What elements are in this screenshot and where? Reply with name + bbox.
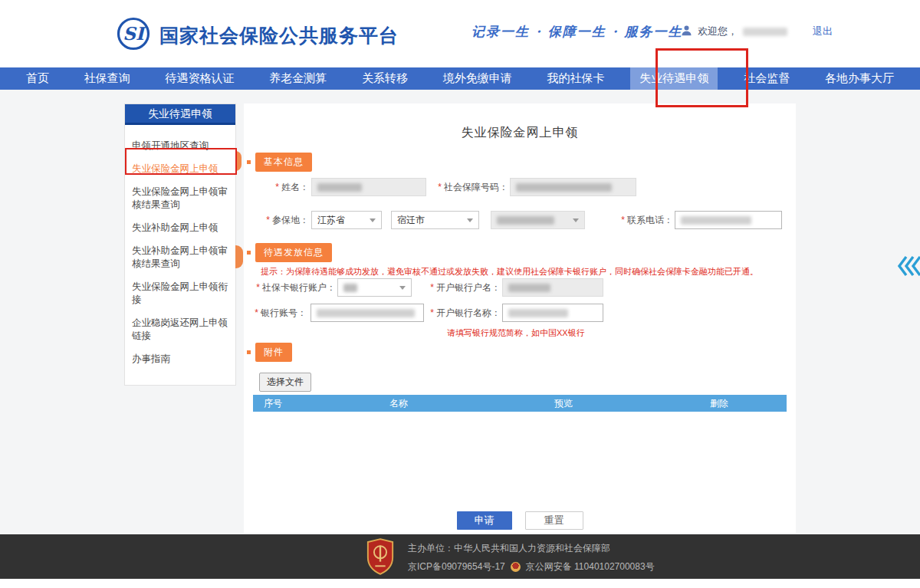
main-nav: 首页 社保查询 待遇资格认证 养老金测算 关系转移 境外免缴申请 我的社保卡 失… xyxy=(0,67,920,90)
bank-account-input[interactable] xyxy=(310,304,424,322)
section-title-basic-info: 基本信息 xyxy=(255,153,312,172)
sidebar-item-subsidy-online-claim[interactable]: 失业补助金网上申领 xyxy=(132,222,228,235)
site-logo-icon: SI xyxy=(117,17,150,54)
footer-police: 京公网安备 11040102700083号 xyxy=(526,560,655,573)
nav-item-home[interactable]: 首页 xyxy=(17,67,58,90)
card-bank-account-select[interactable] xyxy=(337,278,412,297)
nav-item-unemployment-benefit[interactable]: 失业待遇申领 xyxy=(630,67,718,90)
section-attachments: 附件 xyxy=(247,343,292,362)
redacted-account-value xyxy=(317,309,415,317)
redacted-name-value xyxy=(317,183,362,192)
orange-marker-icon xyxy=(235,151,242,171)
column-header-delete: 删除 xyxy=(652,397,787,410)
section-bullet-icon xyxy=(247,350,251,354)
main-panel: 失业保险金网上申领 基本信息 *姓名： *社会保障号码： *参保地： 江苏省 宿… xyxy=(244,103,796,533)
footer-text: 主办单位：中华人民共和国人力资源和社会保障部 京ICP备09079654号-17… xyxy=(408,542,655,573)
nav-item-social-supervision[interactable]: 社会监督 xyxy=(734,67,799,90)
phone-label: *联系电话： xyxy=(596,211,673,229)
sidebar-item-open-region-query[interactable]: 申领开通地区查询 xyxy=(132,140,228,153)
dropdown-caret-icon xyxy=(573,218,579,225)
orange-marker-icon xyxy=(235,245,243,268)
section-title-attachments: 附件 xyxy=(255,343,292,362)
city-select[interactable]: 宿迁市 xyxy=(391,211,479,229)
form-actions: 申请 重置 xyxy=(244,511,796,530)
collapse-panel-icon[interactable] xyxy=(895,253,920,282)
brand: SI 国家社会保险公共服务平台 xyxy=(117,17,399,54)
sidebar-item-guide[interactable]: 办事指南 xyxy=(132,353,228,366)
dropdown-caret-icon xyxy=(467,218,473,225)
name-input[interactable] xyxy=(311,178,426,196)
government-emblem-icon xyxy=(366,538,395,578)
dropdown-caret-icon xyxy=(399,286,406,293)
district-select[interactable] xyxy=(491,211,585,229)
sidebar-item-claim-review-result[interactable]: 失业保险金网上申领审核结果查询 xyxy=(132,186,228,212)
bank-holder-label: *开户银行户名： xyxy=(428,278,501,297)
nav-item-relation-transfer[interactable]: 关系转移 xyxy=(353,67,417,90)
sidebar-title: 失业待遇申领 xyxy=(125,104,235,125)
nav-item-social-insurance-query[interactable]: 社保查询 xyxy=(75,67,140,90)
site-title: 国家社会保险公共服务平台 xyxy=(159,23,399,48)
user-avatar-icon xyxy=(681,25,692,38)
sidebar-item-enterprise-refund-link[interactable]: 企业稳岗返还网上申领链接 xyxy=(132,317,228,343)
column-header-preview: 预览 xyxy=(475,397,652,410)
section-title-payment-info: 待遇发放信息 xyxy=(255,243,332,262)
site-slogan: 记录一生 · 保障一生 · 服务一生 xyxy=(472,23,683,41)
province-select[interactable]: 江苏省 xyxy=(311,211,382,229)
sidebar-menu: 申领开通地区查询 失业保险金网上申领 失业保险金网上申领审核结果查询 失业补助金… xyxy=(125,125,235,385)
card-bank-account-label: *社保卡银行账户： xyxy=(244,278,336,297)
bank-name-hint-text: 请填写银行规范简称，如中国XX银行 xyxy=(447,327,585,339)
sidebar-item-online-claim[interactable]: 失业保险金网上申领 xyxy=(132,163,228,176)
app-root: SI 国家社会保险公共服务平台 记录一生 · 保障一生 · 服务一生 欢迎您， … xyxy=(0,0,920,588)
bank-holder-input[interactable] xyxy=(502,278,603,297)
footer-organizer: 主办单位：中华人民共和国人力资源和社会保障部 xyxy=(408,542,655,555)
nav-item-overseas-exemption[interactable]: 境外免缴申请 xyxy=(434,67,521,90)
svg-text:SI: SI xyxy=(123,23,146,44)
user-area: 欢迎您， 退出 xyxy=(681,25,833,38)
sidebar: 失业待遇申领 申领开通地区查询 失业保险金网上申领 失业保险金网上申领审核结果查… xyxy=(124,103,236,386)
nav-item-benefit-qualification[interactable]: 待遇资格认证 xyxy=(156,67,244,90)
redacted-holder-value xyxy=(508,284,550,292)
ssn-label: *社会保障号码： xyxy=(426,178,508,196)
section-bullet-icon xyxy=(247,160,251,164)
payment-hint-text: 提示：为保障待遇能够成功发放，避免审核不通过或发放失败，建议使用社会保障卡银行账… xyxy=(261,266,758,278)
redacted-username xyxy=(743,28,787,36)
attachments-table-header: 序号 名称 预览 删除 xyxy=(253,395,787,412)
bank-name-input[interactable] xyxy=(502,304,603,322)
name-label: *姓名： xyxy=(244,178,309,196)
bank-name-label: *开户银行名称： xyxy=(428,304,501,322)
dropdown-caret-icon xyxy=(370,218,376,225)
sidebar-item-claim-link[interactable]: 失业保险金网上申领衔接 xyxy=(132,281,228,307)
reset-button[interactable]: 重置 xyxy=(525,511,583,530)
nav-item-my-social-card[interactable]: 我的社保卡 xyxy=(538,67,614,90)
insured-place-label: *参保地： xyxy=(244,211,309,229)
nav-item-local-service-halls[interactable]: 各地办事大厅 xyxy=(816,67,903,90)
logout-link[interactable]: 退出 xyxy=(813,25,833,38)
nav-item-pension-calculator[interactable]: 养老金测算 xyxy=(260,67,336,90)
bottom-strip xyxy=(0,579,920,588)
footer-icp: 京ICP备09079654号-17 xyxy=(408,560,505,573)
choose-file-button[interactable]: 选择文件 xyxy=(259,373,311,392)
phone-input[interactable] xyxy=(675,211,782,229)
redacted-bank-name-value xyxy=(508,309,568,317)
police-badge-icon xyxy=(511,562,521,572)
redacted-phone-value xyxy=(681,216,751,225)
redacted-card-account-value xyxy=(343,284,357,292)
redacted-ssn-value xyxy=(516,183,612,192)
column-header-index: 序号 xyxy=(253,397,322,410)
section-bullet-icon xyxy=(247,251,251,255)
site-footer: 主办单位：中华人民共和国人力资源和社会保障部 京ICP备09079654号-17… xyxy=(0,534,920,579)
site-header: SI 国家社会保险公共服务平台 记录一生 · 保障一生 · 服务一生 欢迎您， … xyxy=(0,0,920,67)
apply-button[interactable]: 申请 xyxy=(457,511,512,530)
sidebar-item-subsidy-review-result[interactable]: 失业补助金网上申领审核结果查询 xyxy=(132,245,228,271)
section-basic-info: 基本信息 xyxy=(247,153,312,172)
section-payment-info: 待遇发放信息 xyxy=(247,243,332,262)
bank-account-label: *银行账号： xyxy=(244,304,307,322)
page-title: 失业保险金网上申领 xyxy=(244,125,796,141)
redacted-district-value xyxy=(497,216,554,225)
column-header-name: 名称 xyxy=(322,397,475,410)
welcome-text: 欢迎您， xyxy=(698,25,738,38)
ssn-input[interactable] xyxy=(510,178,636,196)
